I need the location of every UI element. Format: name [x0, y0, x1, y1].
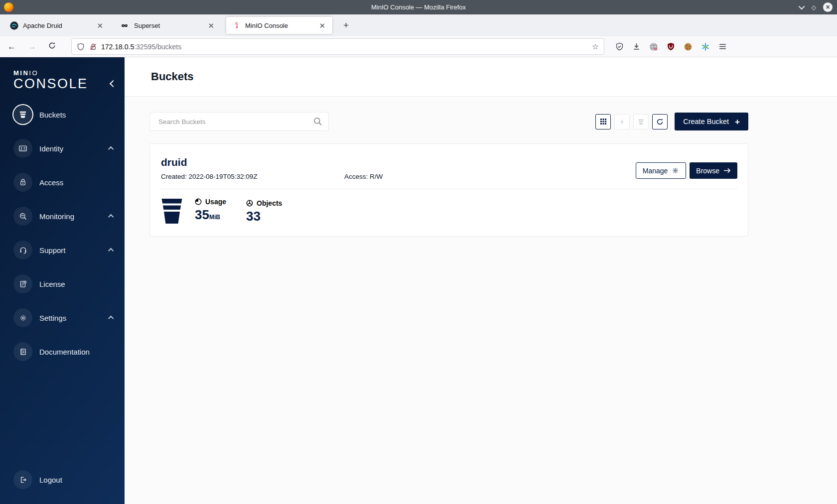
window-minimize-icon[interactable] [798, 3, 805, 10]
forward-button[interactable]: → [23, 40, 41, 54]
objects-label: Objects [257, 199, 282, 207]
url-host: 172.18.0.5 [101, 43, 134, 51]
sidebar-item-documentation[interactable]: Documentation [0, 342, 125, 362]
bookmark-star-icon[interactable]: ☆ [592, 42, 599, 51]
tracking-shield-icon[interactable] [77, 43, 85, 51]
arrow-right-icon [723, 167, 731, 174]
logout-icon [13, 470, 32, 489]
objects-metric: Objects 33 [246, 199, 282, 223]
tab-apache-druid[interactable]: Apache Druid ✕ [4, 17, 110, 34]
sidebar-item-label: Support [39, 246, 66, 254]
sidebar-item-label: License [39, 280, 65, 288]
url-path: :32595/buckets [134, 43, 181, 51]
url-bar[interactable]: 172.18.0.5:32595/buckets ☆ [71, 38, 604, 55]
usage-unit: MiB [209, 214, 220, 221]
window-maximize-icon[interactable]: ◇ [812, 4, 816, 10]
bucket-icon [13, 105, 32, 124]
window-close-button[interactable]: × [823, 2, 833, 12]
list-view-toggle-button[interactable] [595, 114, 611, 129]
sidebar-item-settings[interactable]: Settings [0, 308, 125, 328]
main-content: Buckets [125, 57, 837, 504]
sidebar-nav: Buckets Identity Access [0, 105, 125, 362]
tab-title: MinIO Console [245, 22, 312, 29]
sidebar-item-buckets[interactable]: Buckets [0, 105, 125, 125]
bucket-small-icon [637, 118, 645, 126]
navigation-toolbar: ← → 172.18.0.5:32595/buckets ☆ [0, 36, 837, 57]
firefox-window: MinIO Console — Mozilla Firefox ◇ × Apac… [0, 0, 837, 504]
sidebar-item-support[interactable]: Support [0, 240, 125, 260]
page-header: Buckets [125, 57, 837, 97]
sidebar-item-license[interactable]: License [0, 274, 125, 294]
sidebar-item-monitoring[interactable]: Monitoring [0, 206, 125, 226]
page-title: Buckets [151, 70, 194, 83]
url-text: 172.18.0.5:32595/buckets [101, 43, 181, 51]
sidebar-item-label: Buckets [39, 111, 66, 119]
usage-label: Usage [205, 198, 226, 206]
tab-close-icon[interactable]: ✕ [95, 21, 105, 30]
sidebar: MINIO CONSOLE Buckets Identity [0, 57, 125, 504]
window-titlebar: MinIO Console — Mozilla Firefox ◇ × [0, 0, 837, 14]
sidebar-item-logout[interactable]: Logout [0, 470, 125, 490]
replication-button[interactable] [614, 114, 630, 129]
tab-minio-console[interactable]: MinIO Console ✕ [226, 17, 332, 34]
logo-io: IO [29, 69, 38, 77]
tab-title: Apache Druid [23, 22, 90, 29]
sidebar-item-label: Monitoring [39, 212, 74, 221]
multi-account-snowflake-icon[interactable] [701, 42, 710, 51]
objects-icon [246, 200, 253, 207]
usage-metric: Usage 35MiB [195, 198, 226, 224]
minio-console-app: MINIO CONSOLE Buckets Identity [0, 57, 837, 504]
sidebar-item-identity[interactable]: Identity [0, 138, 125, 158]
sidebar-item-label: Logout [39, 476, 62, 484]
sidebar-item-label: Access [39, 178, 63, 187]
tab-close-icon[interactable]: ✕ [206, 21, 216, 30]
plus-icon: + [735, 118, 740, 126]
tab-close-icon[interactable]: ✕ [317, 21, 327, 30]
insecure-lock-icon[interactable] [89, 43, 97, 51]
account-containers-icon[interactable] [615, 42, 624, 51]
ublock-origin-icon[interactable] [667, 42, 675, 51]
firefox-icon [4, 2, 13, 12]
sidebar-collapse-icon[interactable] [110, 80, 117, 87]
browse-button[interactable]: Browse [690, 162, 737, 179]
downloads-icon[interactable] [632, 42, 641, 51]
grid-view-icon [599, 118, 607, 126]
manage-button[interactable]: Manage [636, 162, 687, 179]
create-bucket-button[interactable]: Create Bucket + [675, 113, 748, 130]
gear-icon [672, 167, 679, 174]
search-icon [313, 117, 322, 126]
chevron-up-icon [108, 214, 114, 220]
license-document-icon [13, 274, 32, 293]
lock-icon [13, 173, 32, 192]
back-button[interactable]: ← [3, 40, 20, 54]
proxy-extension-icon[interactable] [649, 42, 658, 51]
search-buckets-input[interactable] [149, 112, 329, 131]
usage-pie-icon [195, 198, 202, 205]
refresh-icon [656, 118, 664, 126]
objects-value: 33 [246, 209, 282, 223]
new-tab-button[interactable]: + [339, 19, 353, 32]
sidebar-item-label: Settings [39, 314, 66, 322]
gear-icon [13, 308, 32, 327]
tab-superset[interactable]: Superset ✕ [115, 17, 221, 34]
cookie-extension-icon[interactable] [684, 42, 693, 51]
bucket-name[interactable]: druid [161, 156, 383, 168]
sidebar-item-access[interactable]: Access [0, 172, 125, 192]
logo-console: CONSOLE [13, 76, 88, 91]
bucket-created: Created: 2022-08-19T05:32:09Z [161, 173, 344, 180]
documentation-book-icon [13, 342, 32, 361]
bucket-access: Access: R/W [344, 173, 383, 180]
menu-hamburger-icon[interactable] [718, 42, 727, 51]
delete-buckets-button[interactable] [633, 114, 649, 129]
tab-strip: Apache Druid ✕ Superset ✕ MinIO Console … [0, 14, 837, 36]
lightning-sync-icon [618, 118, 626, 126]
sidebar-item-label: Documentation [39, 348, 90, 356]
refresh-buckets-button[interactable] [652, 114, 668, 129]
usage-value: 35 [195, 207, 209, 222]
manage-label: Manage [643, 167, 668, 175]
browse-label: Browse [696, 167, 719, 175]
support-headset-icon [13, 241, 32, 259]
bucket-card: druid Created: 2022-08-19T05:32:09Z Acce… [149, 143, 748, 237]
reload-button[interactable] [44, 40, 60, 54]
minio-console-logo: MINIO CONSOLE [13, 70, 88, 91]
